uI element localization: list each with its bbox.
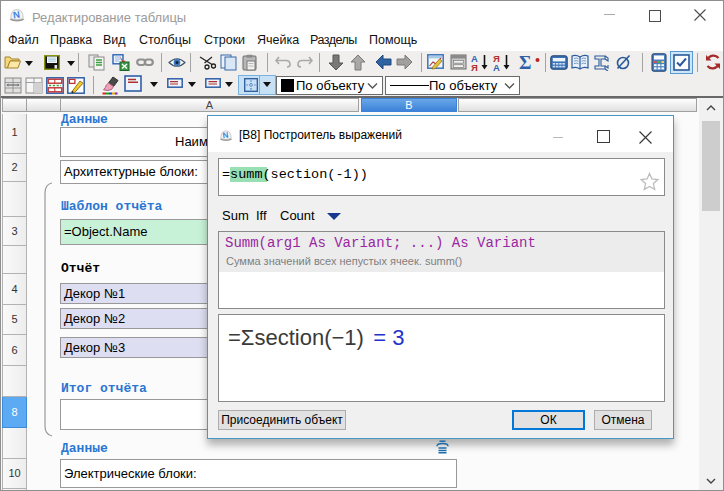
svg-text:Я: Я	[471, 62, 478, 72]
svg-text:Σ: Σ	[519, 52, 531, 72]
svg-text:А: А	[493, 62, 500, 72]
